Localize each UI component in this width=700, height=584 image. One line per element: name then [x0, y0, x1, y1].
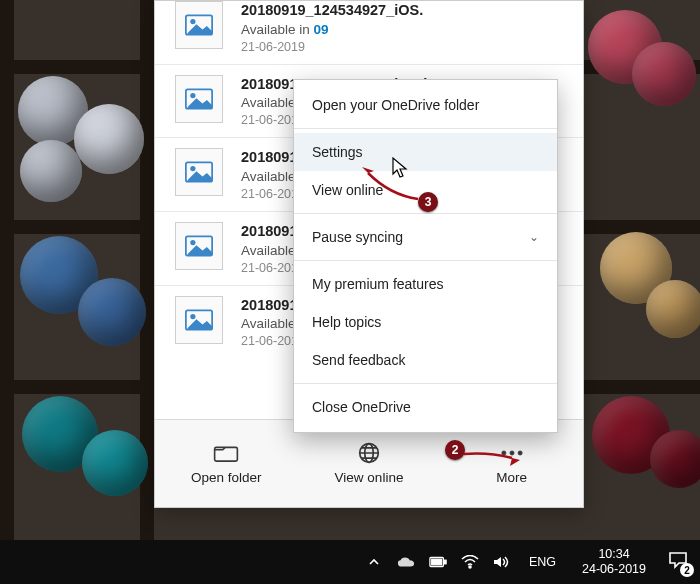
menu-settings[interactable]: Settings: [294, 133, 557, 171]
open-folder-button[interactable]: Open folder: [155, 420, 298, 507]
onedrive-tray-icon[interactable]: [397, 553, 415, 571]
more-label: More: [496, 470, 527, 485]
svg-rect-17: [444, 560, 446, 564]
file-date: 21-06-2019: [241, 39, 423, 56]
svg-point-1: [190, 19, 195, 24]
clock-time: 10:34: [582, 547, 646, 562]
menu-feedback[interactable]: Send feedback: [294, 341, 557, 379]
svg-rect-18: [432, 559, 442, 564]
svg-point-19: [469, 566, 471, 568]
wifi-icon[interactable]: [461, 553, 479, 571]
tray-overflow-chevron-icon[interactable]: [365, 553, 383, 571]
file-item[interactable]: 20180919_124534927_iOS. Available in 09 …: [155, 1, 583, 64]
svg-point-3: [190, 93, 195, 98]
clock-date: 24-06-2019: [582, 562, 646, 577]
action-center-icon[interactable]: 2: [668, 551, 690, 573]
taskbar-clock[interactable]: 10:34 24-06-2019: [574, 547, 654, 577]
svg-point-9: [190, 314, 195, 319]
chevron-down-icon: ⌄: [529, 230, 539, 244]
open-folder-label: Open folder: [191, 470, 262, 485]
svg-point-13: [502, 451, 506, 455]
menu-help[interactable]: Help topics: [294, 303, 557, 341]
menu-pause-syncing[interactable]: Pause syncing⌄: [294, 218, 557, 256]
view-online-label: View online: [335, 470, 404, 485]
battery-icon[interactable]: [429, 553, 447, 571]
menu-open-folder[interactable]: Open your OneDrive folder: [294, 86, 557, 124]
image-icon: [175, 222, 223, 270]
file-name: 20180919_124534927_iOS.: [241, 1, 423, 21]
image-icon: [175, 296, 223, 344]
step-badge-2: 2: [445, 440, 465, 460]
image-icon: [175, 148, 223, 196]
volume-icon[interactable]: [493, 553, 511, 571]
svg-point-7: [190, 240, 195, 245]
language-indicator[interactable]: ENG: [525, 555, 560, 569]
menu-close-onedrive[interactable]: Close OneDrive: [294, 388, 557, 426]
more-button[interactable]: More: [440, 420, 583, 507]
svg-point-14: [510, 451, 514, 455]
image-icon: [175, 75, 223, 123]
taskbar: ENG 10:34 24-06-2019 2: [0, 540, 700, 584]
step-badge-3: 3: [418, 192, 438, 212]
view-online-button[interactable]: View online: [298, 420, 441, 507]
notification-count-badge: 2: [680, 563, 694, 577]
svg-point-5: [190, 166, 195, 171]
image-icon: [175, 1, 223, 49]
menu-premium[interactable]: My premium features: [294, 265, 557, 303]
svg-point-15: [518, 451, 522, 455]
onedrive-context-menu: Open your OneDrive folder Settings View …: [293, 79, 558, 433]
file-availability: Available in 09: [241, 21, 423, 39]
